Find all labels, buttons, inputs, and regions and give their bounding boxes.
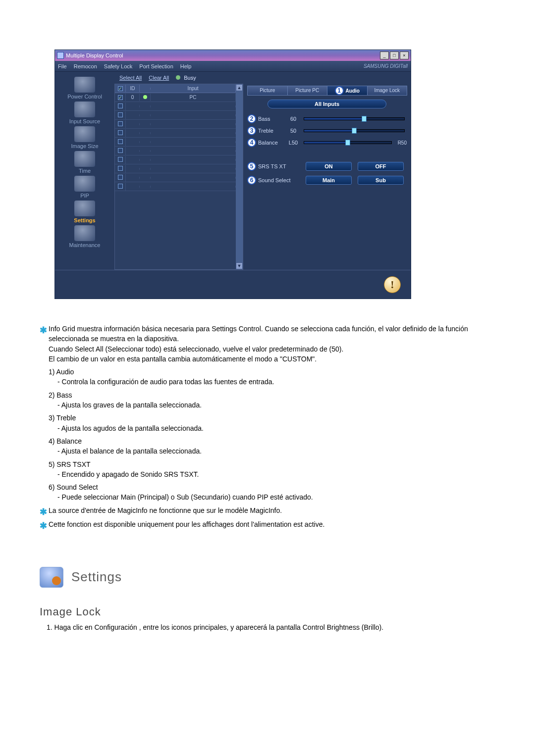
tab-picture-pc[interactable]: Picture PC — [287, 86, 328, 96]
grid-header-input[interactable]: Input — [151, 85, 236, 92]
srs-label: SRS TS XT — [258, 163, 303, 169]
balance-slider-thumb[interactable] — [345, 140, 350, 146]
row-id — [126, 141, 140, 143]
subheader-image-lock: Image Lock — [40, 605, 505, 618]
sidebar-item-pip[interactable]: PIP — [60, 176, 109, 199]
select-all-button[interactable]: Select All — [119, 75, 142, 81]
sidebar-item-power-control[interactable]: Power Control — [60, 77, 109, 100]
callout-2: 2 — [247, 114, 256, 123]
row-checkbox[interactable] — [118, 95, 123, 100]
sidebar-item-time[interactable]: Time — [60, 151, 109, 174]
intro-line-2: Cuando Select All (Seleccionar todo) est… — [49, 345, 343, 353]
row-input — [151, 177, 236, 179]
sidebar-item-maintenance[interactable]: Maintenance — [60, 225, 109, 248]
grid-header-status[interactable] — [140, 88, 151, 90]
row-checkbox[interactable] — [118, 148, 123, 153]
pip-icon — [74, 176, 95, 192]
row-checkbox[interactable] — [118, 184, 123, 189]
bass-slider-thumb[interactable] — [362, 116, 367, 122]
time-icon — [74, 151, 95, 167]
row-checkbox[interactable] — [118, 139, 123, 144]
sidebar-item-image-size[interactable]: Image Size — [60, 126, 109, 149]
treble-slider-thumb[interactable] — [352, 128, 357, 134]
window-maximize-button[interactable]: □ — [390, 51, 399, 59]
sidebar-item-input-source[interactable]: Input Source — [60, 101, 109, 124]
clear-all-button[interactable]: Clear All — [149, 75, 169, 81]
sound-select-label: Sound Select — [258, 177, 303, 183]
row-checkbox[interactable] — [118, 130, 123, 135]
scroll-down-icon[interactable]: ▼ — [236, 262, 243, 269]
window-minimize-button[interactable]: _ — [380, 51, 389, 59]
row-status — [140, 159, 151, 161]
treble-slider[interactable] — [304, 129, 405, 132]
srs-row: 5 SRS TS XT ON OFF — [247, 162, 407, 171]
scroll-up-icon[interactable]: ▲ — [236, 84, 243, 91]
table-row[interactable] — [115, 155, 236, 164]
tab-audio[interactable]: 1Audio — [327, 86, 368, 96]
table-row[interactable] — [115, 129, 236, 138]
menu-remocon[interactable]: Remocon — [74, 63, 97, 69]
balance-row: 4 Balance L50 R50 — [247, 138, 407, 147]
sound-sub-button[interactable]: Sub — [358, 176, 404, 185]
grid-scrollbar[interactable]: ▲ ▼ — [236, 84, 243, 269]
asterisk-icon: ✱ — [40, 505, 49, 518]
table-row[interactable] — [115, 102, 236, 111]
balance-slider[interactable] — [304, 141, 392, 144]
bass-row: 2 Bass 60 — [247, 114, 407, 123]
row-id — [126, 177, 140, 179]
tab-picture[interactable]: Picture — [247, 86, 288, 96]
statusbar: ! — [55, 270, 411, 299]
table-row[interactable] — [115, 120, 236, 129]
row-id — [126, 132, 140, 134]
balance-right-label: R50 — [394, 140, 407, 146]
callout-1: 1 — [335, 86, 344, 95]
row-status — [140, 132, 151, 134]
row-id — [126, 105, 140, 107]
row-id: 0 — [126, 94, 140, 101]
row-input — [151, 141, 236, 143]
row-status — [140, 94, 151, 101]
tab-image-lock[interactable]: Image Lock — [367, 86, 408, 96]
srs-on-button[interactable]: ON — [306, 162, 352, 171]
srs-off-button[interactable]: OFF — [358, 162, 404, 171]
table-row[interactable] — [115, 182, 236, 191]
menu-help[interactable]: Help — [180, 63, 192, 69]
balance-value: L50 — [285, 140, 302, 146]
row-checkbox[interactable] — [118, 112, 123, 117]
row-input — [151, 186, 236, 188]
row-checkbox[interactable] — [118, 166, 123, 171]
row-input: PC — [151, 94, 236, 101]
table-row[interactable] — [115, 173, 236, 182]
table-row[interactable] — [115, 147, 236, 155]
maintenance-icon — [74, 225, 95, 241]
window-title: Multiple Display Control — [66, 52, 123, 58]
list-item: 1) Audio- Controla la configuración de a… — [49, 367, 505, 387]
info-grid: ID Input 0PC ▲ ▼ — [114, 84, 243, 270]
row-checkbox[interactable] — [118, 121, 123, 126]
all-inputs-button[interactable]: All Inputs — [268, 100, 386, 108]
brand-label: SAMSUNG DIGITall — [364, 63, 408, 69]
row-checkbox[interactable] — [118, 175, 123, 180]
row-checkbox[interactable] — [118, 157, 123, 162]
table-row[interactable]: 0PC — [115, 93, 236, 102]
bass-value: 60 — [285, 116, 302, 122]
list-item: 3) Treble- Ajusta los agudos de la panta… — [49, 413, 505, 433]
menu-file[interactable]: File — [58, 63, 67, 69]
sound-main-button[interactable]: Main — [306, 176, 352, 185]
table-row[interactable] — [115, 164, 236, 173]
sidebar-item-settings[interactable]: Settings — [60, 201, 109, 223]
row-input — [151, 123, 236, 125]
grid-header-id[interactable]: ID — [126, 85, 140, 92]
section-header: Settings — [40, 567, 505, 588]
grid-header-check[interactable] — [115, 85, 126, 92]
menu-safety-lock[interactable]: Safety Lock — [104, 63, 132, 69]
window-close-button[interactable]: × — [400, 51, 409, 59]
row-id — [126, 186, 140, 188]
table-row[interactable] — [115, 111, 236, 120]
row-checkbox[interactable] — [118, 103, 123, 108]
menu-port-selection[interactable]: Port Selection — [139, 63, 173, 69]
row-input — [151, 168, 236, 170]
bass-slider[interactable] — [304, 117, 405, 120]
table-row[interactable] — [115, 138, 236, 147]
scroll-track[interactable] — [236, 91, 243, 262]
